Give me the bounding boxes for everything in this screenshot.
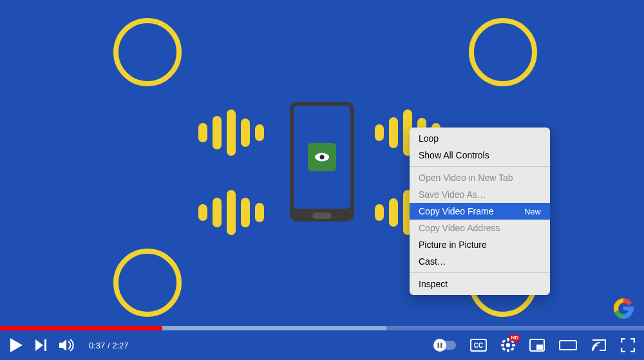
menu-item-inspect[interactable]: Inspect	[410, 276, 550, 292]
decorative-ring	[113, 249, 182, 317]
video-player-area[interactable]: Loop Show All Controls Open Video in New…	[0, 0, 644, 360]
phone-graphic	[290, 102, 354, 222]
theater-mode-button[interactable]	[559, 339, 577, 352]
video-context-menu: Loop Show All Controls Open Video in New…	[410, 128, 550, 295]
cast-button[interactable]	[591, 339, 607, 352]
menu-item-label: Inspect	[419, 279, 448, 289]
menu-item-label: Loop	[419, 133, 439, 144]
soundwave-graphic	[198, 190, 264, 235]
svg-rect-7	[438, 343, 440, 348]
menu-separator	[410, 166, 550, 167]
current-time: 0:37	[89, 341, 105, 350]
svg-marker-4	[35, 339, 43, 351]
hd-badge: HD	[509, 335, 520, 341]
svg-rect-16	[502, 339, 506, 343]
svg-rect-21	[536, 345, 543, 350]
autoplay-knob	[433, 339, 446, 352]
decorative-ring	[469, 18, 537, 86]
menu-item-show-all-controls[interactable]: Show All Controls	[410, 147, 550, 164]
menu-item-label: Open Video in New Tab	[419, 173, 513, 183]
menu-item-open-new-tab: Open Video in New Tab	[410, 169, 550, 186]
lookout-app-icon	[308, 143, 336, 171]
menu-separator	[410, 272, 550, 273]
duration: 2:27	[112, 341, 128, 350]
menu-item-cast[interactable]: Cast…	[410, 253, 550, 270]
play-button[interactable]	[9, 337, 23, 353]
svg-rect-8	[440, 343, 442, 348]
svg-rect-13	[507, 349, 509, 352]
menu-item-loop[interactable]: Loop	[410, 130, 550, 147]
progress-bar[interactable]	[0, 326, 644, 330]
soundwave-graphic	[198, 109, 264, 156]
next-button[interactable]	[35, 339, 48, 352]
svg-rect-15	[512, 344, 515, 346]
progress-played	[0, 326, 162, 330]
menu-item-label: Picture in Picture	[419, 240, 487, 250]
decorative-ring	[113, 18, 182, 86]
svg-point-1	[320, 155, 325, 160]
menu-item-copy-video-address: Copy Video Address	[410, 220, 550, 236]
svg-marker-6	[59, 339, 66, 351]
fullscreen-button[interactable]	[621, 338, 635, 352]
volume-button[interactable]	[59, 339, 75, 352]
menu-item-save-video-as: Save Video As…	[410, 186, 550, 203]
control-bar: 0:37 / 2:27 CC	[0, 330, 644, 360]
timecode: 0:37 / 2:27	[89, 341, 128, 350]
miniplayer-button[interactable]	[529, 339, 545, 352]
svg-rect-12	[507, 338, 509, 341]
menu-item-picture-in-picture[interactable]: Picture in Picture	[410, 236, 550, 253]
svg-rect-19	[511, 347, 515, 351]
svg-rect-2	[623, 307, 634, 310]
google-logo	[611, 296, 636, 321]
svg-rect-5	[44, 339, 46, 351]
svg-point-23	[592, 349, 594, 351]
svg-marker-3	[10, 338, 23, 352]
svg-rect-22	[560, 341, 576, 350]
menu-item-label: Copy Video Address	[419, 223, 500, 233]
svg-text:CC: CC	[474, 342, 483, 349]
svg-rect-18	[502, 347, 506, 351]
svg-point-11	[506, 343, 510, 347]
menu-item-badge: New	[524, 207, 541, 216]
autoplay-toggle[interactable]	[434, 341, 456, 350]
menu-item-label: Save Video As…	[419, 189, 486, 200]
svg-rect-14	[501, 344, 504, 346]
captions-button[interactable]: CC	[470, 339, 487, 352]
menu-item-label: Copy Video Frame	[419, 206, 493, 216]
settings-button[interactable]: HD	[501, 338, 515, 352]
menu-item-label: Cast…	[419, 256, 446, 267]
menu-item-copy-video-frame[interactable]: Copy Video Frame New	[410, 203, 550, 220]
menu-item-label: Show All Controls	[419, 150, 489, 160]
